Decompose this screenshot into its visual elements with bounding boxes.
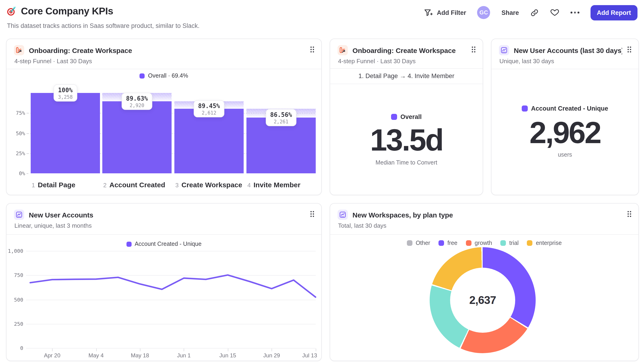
- funnel-step-label-1: 1Detail Page: [32, 181, 75, 189]
- add-filter-button[interactable]: Add Filter: [424, 8, 466, 17]
- legend-swatch: [438, 240, 444, 246]
- legend-swatch: [407, 240, 412, 246]
- funnel-count: 3,258: [58, 94, 72, 100]
- drag-handle-icon[interactable]: [471, 46, 476, 55]
- line-x-tick: [228, 349, 228, 351]
- donut-legend-item-enterprise[interactable]: enterprise: [527, 240, 562, 246]
- funnel-step-label-2: 2Account Created: [103, 181, 165, 189]
- card-subtitle: 4-step Funnel · Last 30 Days: [14, 58, 92, 65]
- card-line-chart: New User Accounts Linear, unique, last 3…: [6, 203, 322, 361]
- line-x-tick: [184, 349, 184, 351]
- legend-label: trial: [510, 240, 519, 246]
- share-label: Share: [502, 9, 519, 16]
- funnel-y-tick: [26, 133, 28, 134]
- funnel-step-label-4: 4Invite Member: [247, 181, 300, 189]
- filter-plus-icon: [424, 8, 433, 17]
- copy-link-button[interactable]: [530, 8, 539, 17]
- toolbar: Add Filter GC Share Add Report: [424, 4, 638, 21]
- drag-handle-icon[interactable]: [310, 46, 315, 55]
- legend-label: free: [447, 240, 457, 246]
- donut-legend: Otherfreegrowthtrialenterprise: [330, 240, 638, 246]
- line-y-axis-label: 1,000: [6, 248, 23, 254]
- median-caption: Median Time to Convert: [330, 159, 483, 166]
- big-number-legend: Account Created - Unique: [492, 105, 638, 112]
- line-y-axis-label: 750: [6, 273, 23, 279]
- funnel-report-icon: [338, 45, 348, 55]
- line-gridline: [26, 348, 316, 349]
- funnel-y-tick: [26, 173, 28, 174]
- more-options-button[interactable]: [570, 12, 579, 13]
- share-button[interactable]: Share: [502, 9, 519, 16]
- card-subtitle: Unique, last 30 days: [500, 58, 554, 65]
- add-filter-label: Add Filter: [437, 9, 466, 16]
- donut-hole: 2,637: [450, 268, 515, 333]
- legend-swatch: [466, 240, 472, 246]
- favorite-button[interactable]: [550, 8, 559, 17]
- dashboard-stage: Core Company KPIs This dataset tracks ac…: [0, 0, 644, 362]
- funnel-bar-3[interactable]: [174, 109, 244, 173]
- donut-legend-item-trial[interactable]: trial: [500, 240, 519, 246]
- legend-swatch: [391, 114, 397, 120]
- step-name: Account Created: [109, 181, 165, 189]
- funnel-conversion-pct: 100%: [58, 87, 72, 94]
- legend-swatch: [522, 105, 528, 111]
- user-avatar[interactable]: GC: [477, 6, 490, 19]
- line-x-tick: [140, 349, 140, 351]
- card-title: Onboarding: Create Workspace: [352, 46, 456, 54]
- card-median-time: Onboarding: Create Workspace 4-step Funn…: [330, 38, 483, 195]
- heart-icon: [550, 8, 559, 17]
- page-title: Core Company KPIs: [21, 5, 113, 17]
- divider: [492, 69, 638, 69]
- link-icon: [530, 8, 539, 17]
- funnel-value-chip-2: 89.63%2,920: [121, 93, 152, 110]
- step-number: 4: [247, 182, 251, 189]
- card-donut-chart: New Workspaces, by plan type Total, last…: [330, 203, 639, 361]
- donut-legend-item-other[interactable]: Other: [407, 240, 430, 246]
- funnel-count: 2,920: [126, 102, 148, 108]
- line-x-axis-label: Jun 29: [263, 352, 280, 359]
- card-big-header: New User Accounts (last 30 days): [499, 45, 632, 55]
- legend-swatch: [500, 240, 506, 246]
- funnel-report-icon: [14, 45, 24, 55]
- line-gridline: [26, 300, 316, 300]
- funnel-value-chip-3: 89.45%2,612: [194, 100, 224, 118]
- donut-ring[interactable]: 2,637: [430, 247, 536, 353]
- drag-handle-icon[interactable]: [627, 210, 632, 219]
- step-name: Detail Page: [38, 181, 75, 189]
- drag-handle-icon[interactable]: [627, 46, 632, 55]
- funnel-y-axis-label: 25%: [6, 151, 25, 157]
- step-number: 2: [103, 182, 106, 189]
- line-y-axis-label: 500: [6, 297, 23, 303]
- card-funnel: Onboarding: Create Workspace 4-step Funn…: [6, 38, 322, 195]
- add-report-button[interactable]: Add Report: [590, 5, 638, 20]
- donut-total: 2,637: [469, 294, 496, 307]
- big-number-caption: users: [492, 151, 638, 158]
- funnel-y-axis-label: 75%: [6, 110, 25, 116]
- line-series-account-created[interactable]: [6, 204, 322, 361]
- legend-swatch: [527, 240, 533, 246]
- donut-legend-item-growth[interactable]: growth: [466, 240, 492, 246]
- line-y-axis-label: 0: [6, 345, 23, 351]
- step-number: 1: [32, 182, 35, 189]
- line-x-tick: [96, 349, 96, 351]
- line-x-axis-label: Jun 1: [177, 352, 191, 359]
- funnel-conversion-pct: 86.56%: [270, 111, 292, 118]
- line-x-axis-label: Jul 13: [302, 352, 317, 359]
- legend-label: enterprise: [536, 240, 562, 246]
- line-chart: 1,0007505002500Apr 20May 4May 18Jun 1Jun…: [6, 204, 321, 361]
- funnel-bar-1[interactable]: [31, 93, 100, 173]
- median-value: 13.5d: [330, 125, 483, 155]
- donut-legend-item-free[interactable]: free: [438, 240, 457, 246]
- legend-label: Overall: [400, 113, 422, 120]
- line-x-axis-label: Jun 15: [220, 352, 236, 359]
- funnel-y-tick: [26, 113, 28, 114]
- card-title: New User Accounts (last 30 days): [514, 46, 622, 54]
- step-number: 3: [175, 182, 178, 189]
- line-x-axis-label: Apr 20: [44, 352, 60, 359]
- card-subtitle: Total, last 30 days: [338, 222, 386, 229]
- step-name: Create Workspace: [181, 181, 242, 189]
- line-x-tick: [316, 349, 316, 351]
- funnel-bar-2[interactable]: [102, 101, 172, 173]
- dashboard-app: Core Company KPIs This dataset tracks ac…: [0, 0, 644, 362]
- page-header: Core Company KPIs: [6, 5, 113, 17]
